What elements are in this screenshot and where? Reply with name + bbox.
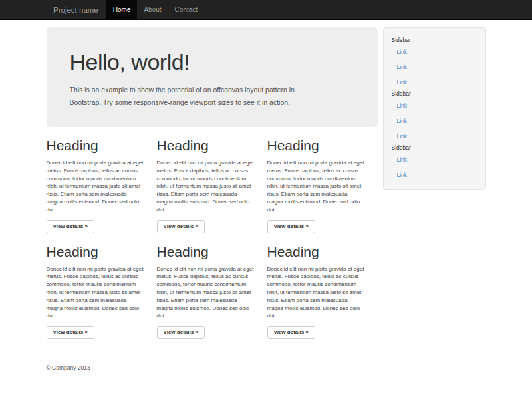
sidebar-link[interactable]: Link	[392, 152, 477, 167]
sidebar-group-2: Sidebar Link Link Link	[392, 90, 477, 144]
sidebar-link[interactable]: Link	[392, 59, 477, 74]
navbar: Project name Home About Contact	[0, 0, 532, 20]
card-heading: Heading	[47, 138, 154, 153]
footer: © Company 2013	[47, 358, 486, 384]
sidebar-group-heading: Sidebar	[392, 144, 477, 152]
sidebar-group-heading: Sidebar	[392, 36, 477, 44]
card-heading: Heading	[47, 244, 154, 259]
page-title: Hello, world!	[70, 49, 354, 75]
card-heading: Heading	[267, 244, 375, 259]
main-content: Hello, world! This is an example to show…	[47, 27, 378, 350]
card-heading: Heading	[267, 138, 375, 153]
content-card: Heading Donec id elit non mi porta gravi…	[47, 244, 157, 340]
page-container: Hello, world! This is an example to show…	[47, 27, 486, 384]
sidebar-link[interactable]: Link	[392, 167, 477, 182]
nav-item-about[interactable]: About	[137, 0, 168, 19]
content-card: Heading Donec id elit non mi porta gravi…	[267, 244, 378, 340]
sidebar-link[interactable]: Link	[392, 113, 477, 128]
cards-row-1: Heading Donec id elit non mi porta gravi…	[47, 138, 378, 233]
content-row: Hello, world! This is an example to show…	[47, 27, 486, 350]
view-details-button[interactable]: View details »	[157, 220, 205, 233]
card-body-text: Donec id elit non mi porta gravida at eg…	[267, 159, 375, 214]
view-details-button[interactable]: View details »	[47, 220, 94, 233]
copyright-text: © Company 2013	[47, 364, 486, 371]
jumbotron: Hello, world! This is an example to show…	[47, 27, 378, 127]
content-card: Heading Donec id elit non mi porta gravi…	[157, 244, 267, 340]
sidebar-column: Sidebar Link Link Link Sidebar Link Link…	[383, 27, 486, 350]
card-body-text: Donec id elit non mi porta gravida at eg…	[267, 265, 375, 321]
view-details-button[interactable]: View details »	[267, 220, 315, 233]
content-card: Heading Donec id elit non mi porta gravi…	[267, 138, 378, 233]
card-body-text: Donec id elit non mi porta gravida at eg…	[157, 159, 265, 214]
view-details-button[interactable]: View details »	[157, 326, 205, 339]
view-details-button[interactable]: View details »	[267, 326, 315, 339]
sidebar-link[interactable]: Link	[392, 44, 477, 59]
nav-item-home[interactable]: Home	[106, 0, 138, 19]
content-card: Heading Donec id elit non mi porta gravi…	[47, 138, 157, 233]
card-heading: Heading	[157, 138, 265, 153]
nav-item-contact[interactable]: Contact	[168, 0, 204, 19]
sidebar-panel: Sidebar Link Link Link Sidebar Link Link…	[383, 27, 486, 190]
sidebar-link[interactable]: Link	[392, 128, 477, 144]
jumbotron-lead: This is an example to show the potential…	[70, 84, 354, 109]
content-card: Heading Donec id elit non mi porta gravi…	[157, 138, 267, 233]
card-body-text: Donec id elit non mi porta gravida at eg…	[47, 159, 154, 214]
sidebar-group-1: Sidebar Link Link Link	[392, 36, 477, 90]
sidebar-group-3: Sidebar Link Link	[392, 144, 477, 182]
navbar-brand[interactable]: Project name	[53, 0, 98, 19]
sidebar-link[interactable]: Link	[392, 98, 477, 113]
navbar-nav: Home About Contact	[106, 0, 204, 19]
view-details-button[interactable]: View details »	[47, 326, 94, 339]
sidebar-link[interactable]: Link	[392, 74, 477, 90]
cards-row-2: Heading Donec id elit non mi porta gravi…	[47, 244, 378, 340]
card-body-text: Donec id elit non mi porta gravida at eg…	[157, 265, 265, 321]
card-heading: Heading	[157, 244, 265, 259]
card-body-text: Donec id elit non mi porta gravida at eg…	[47, 265, 154, 321]
sidebar-group-heading: Sidebar	[392, 90, 477, 98]
